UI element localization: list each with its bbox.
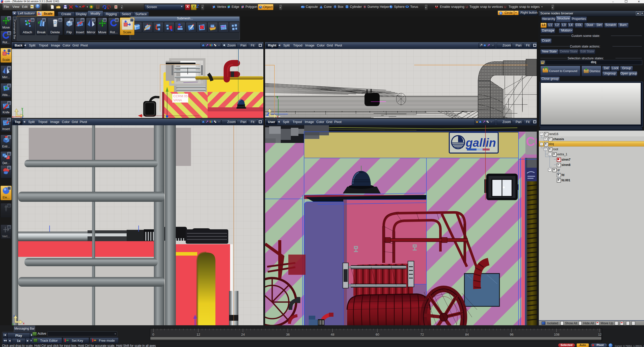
svg-text:y: y	[21, 107, 23, 110]
svg-text:108: 108	[554, 333, 559, 336]
svg-text:y: y	[12, 323, 14, 325]
svg-text:CCRM 05: CCRM 05	[173, 94, 188, 98]
svg-text:z: z	[13, 314, 15, 317]
svg-text:24: 24	[241, 333, 245, 336]
svg-text:72: 72	[420, 333, 424, 336]
svg-text:96: 96	[510, 333, 513, 336]
svg-text:Z: Z	[266, 112, 270, 117]
svg-text:36: 36	[286, 333, 290, 336]
svg-text:84: 84	[465, 333, 469, 336]
svg-text:48: 48	[331, 333, 334, 336]
svg-text:12: 12	[598, 333, 601, 336]
svg-text:gallin: gallin	[465, 136, 496, 149]
svg-text:60: 60	[376, 333, 379, 336]
svg-text:CC: CC	[526, 135, 537, 149]
svg-text:x: x	[277, 115, 279, 118]
svg-text:0: 0	[152, 333, 154, 336]
svg-text:12: 12	[197, 333, 200, 336]
svg-text:Y: Y	[276, 95, 278, 99]
svg-text:x: x	[23, 322, 25, 325]
svg-text:VANA: VANA	[173, 98, 182, 102]
svg-text:z: z	[22, 115, 23, 118]
svg-text:x: x	[12, 115, 14, 118]
